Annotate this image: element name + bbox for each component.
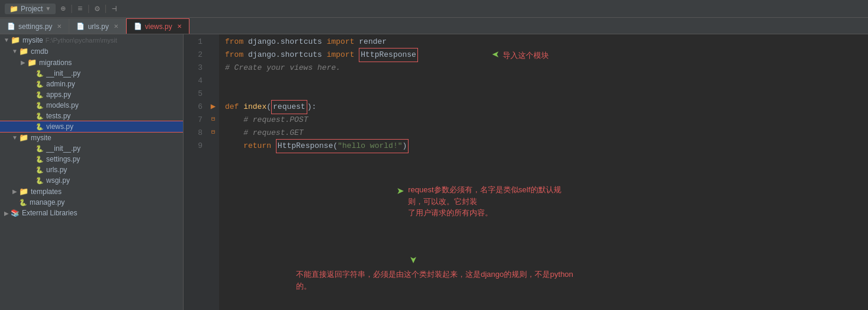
title-bar: 📁 Project ▼ ⊕ | ≡ | ⚙ | ⊣ [0,0,868,18]
sidebar-item-mysite-init[interactable]: 🐍 __init__.py [0,143,183,154]
mysite-init-label: __init__.py [46,144,81,153]
tab-settings[interactable]: 📄 settings.py ✕ [0,18,69,34]
tab-views-label: views.py [145,22,172,31]
module-2: django.shortcuts [248,49,322,62]
urls-file-icon: 📄 [76,22,85,30]
annotation-request: ➤ request参数必须有，名字是类似self的默认规则，可以改。它封装了用户… [397,184,574,219]
code-line-4 [225,75,868,88]
line-num-3: 3 [184,62,202,75]
sidebar-item-templates[interactable]: ▶ 📁 templates [0,186,183,197]
tab-urls-close[interactable]: ✕ [114,23,118,30]
mysite-init-icon: 🐍 [36,145,44,153]
mysite-folder-label: mysite [31,134,52,142]
project-folder-icon: 📁 [9,5,18,13]
sidebar-item-wsgi[interactable]: 🐍 wsgi.py [0,175,183,186]
root-folder-icon: 📁 [11,35,20,44]
kw-return: return [243,140,271,153]
code-line-5 [225,88,868,101]
admin-icon: 🐍 [36,80,44,88]
toolbar-icon-1[interactable]: ⊕ [60,4,65,14]
gutter-4 [207,73,219,86]
apps-label: apps.py [46,91,71,99]
ext-libs-arrow: ▶ [2,210,11,217]
http-response-name: HttpResponse [359,48,418,62]
sidebar-item-models[interactable]: 🐍 models.py [0,100,183,111]
kw-from-1: from [225,35,243,49]
cmdb-label: cmdb [31,47,48,56]
sidebar-item-cmdb[interactable]: ▼ 📁 cmdb [0,46,183,57]
tabs-bar: 📄 settings.py ✕ 📄 urls.py ✕ 📄 views.py ✕ [0,18,868,34]
gutter-7: ⊟ [207,112,219,125]
tab-settings-label: settings.py [18,22,52,31]
main-area: ▼ 📁 mysite F:\Python\pycharm\mysit ▼ 📁 c… [0,34,868,310]
sidebar: ▼ 📁 mysite F:\Python\pycharm\mysit ▼ 📁 c… [0,34,184,310]
toolbar-icon-3[interactable]: ⚙ [95,4,99,14]
project-dropdown[interactable]: 📁 Project ▼ [5,4,56,14]
line-num-7: 7 [184,114,202,127]
sidebar-item-mysite[interactable]: ▼ 📁 mysite [0,132,183,143]
migrations-arrow: ▶ [19,59,27,66]
gutter-5 [207,86,219,99]
sidebar-item-apps[interactable]: 🐍 apps.py [0,89,183,100]
gutter: ▶ ⊟ ⊟ [207,34,219,310]
templates-folder-icon: 📁 [19,187,28,196]
manage-label: manage.py [30,198,65,206]
line-num-9: 9 [184,140,202,153]
return-statement: HttpResponse("hello world!") [276,139,409,153]
kw-from-2: from [225,49,243,62]
code-editor[interactable]: 1 2 3 4 5 6 7 8 9 ▶ ⊟ ⊟ [184,34,868,310]
manage-icon: 🐍 [19,199,27,206]
tests-label: tests.py [46,112,70,120]
project-label: Project [21,5,43,13]
gutter-1 [207,34,219,47]
ext-libs-label: External Libraries [22,209,77,217]
param-request: request [271,100,307,114]
tab-settings-close[interactable]: ✕ [57,23,62,30]
sidebar-item-admin[interactable]: 🐍 admin.py [0,79,183,89]
wsgi-label: wsgi.py [46,176,70,185]
tab-urls[interactable]: 📄 urls.py ✕ [69,18,126,34]
return-annotation: 不能直接返回字符串，必须是由这个类封装起来，这是django的规则，不是pyth… [296,270,573,290]
root-label: mysite [22,36,43,44]
request-annotation-text: request参数必须有，名字是类似self的默认规则，可以改。它封装了用户请求… [408,184,574,219]
gutter-6: ▶ [207,99,219,112]
sidebar-item-urls[interactable]: 🐍 urls.py [0,164,183,175]
root-arrow: ▼ [2,37,11,43]
cmdb-init-icon: 🐍 [36,70,44,78]
sidebar-item-root[interactable]: ▼ 📁 mysite F:\Python\pycharm\mysit [0,34,183,46]
sidebar-item-cmdb-init[interactable]: 🐍 __init__.py [0,68,183,79]
line-num-4: 4 [184,75,202,88]
kw-import-1: import [327,35,355,49]
code-area: 1 2 3 4 5 6 7 8 9 ▶ ⊟ ⊟ [184,34,868,310]
code-line-1: from django.shortcuts import render [225,35,868,49]
urls-icon: 🐍 [36,166,44,174]
gutter-8: ⊟ [207,125,219,138]
fn-index: index [243,101,266,114]
root-path: F:\Python\pycharm\mysit [46,37,117,44]
gutter-9 [207,138,219,151]
line-num-2: 2 [184,49,202,62]
sidebar-item-tests[interactable]: 🐍 tests.py [0,111,183,121]
toolbar-icon-4[interactable]: ⊣ [112,4,117,14]
tests-icon: 🐍 [36,112,44,120]
tab-views[interactable]: 📄 views.py ✕ [126,18,189,34]
sidebar-item-views[interactable]: 🐍 views.py [0,121,183,132]
tab-views-close[interactable]: ✕ [177,23,182,30]
views-icon: 🐍 [36,123,44,131]
code-line-3: # Create your views here. [225,62,868,75]
templates-arrow: ▶ [11,188,19,195]
toolbar-icon-2[interactable]: ≡ [78,4,82,14]
migrations-folder-icon: 📁 [27,58,37,67]
models-icon: 🐍 [36,102,44,109]
annotation-import: ➤ 导入这个模块 [491,47,549,63]
line-numbers: 1 2 3 4 5 6 7 8 9 [184,34,207,310]
module-1: django.shortcuts [248,35,322,49]
views-label: views.py [46,122,73,131]
sidebar-item-settings[interactable]: 🐍 settings.py [0,154,183,164]
sidebar-item-manage[interactable]: 🐍 manage.py [0,197,183,208]
sidebar-item-ext-libs[interactable]: ▶ 📚 External Libraries [0,208,183,218]
code-line-8: # request.GET [225,127,868,140]
gutter-3 [207,60,219,73]
sidebar-item-migrations[interactable]: ▶ 📁 migrations [0,57,183,68]
kw-import-2: import [327,49,355,62]
